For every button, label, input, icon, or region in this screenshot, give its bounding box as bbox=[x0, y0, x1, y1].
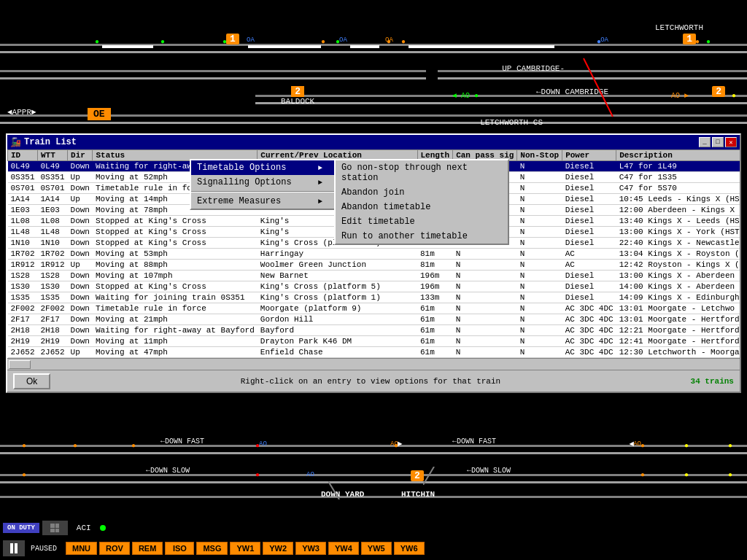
oa-label-1: OA bbox=[247, 36, 255, 44]
table-cell: N bbox=[517, 194, 562, 205]
menu-separator bbox=[191, 191, 334, 192]
table-cell: AC 3DC 4DC bbox=[562, 325, 616, 336]
ao-fast-1: AO bbox=[259, 440, 267, 448]
arrow-icon-extreme: ► bbox=[318, 198, 322, 206]
table-cell: 81m bbox=[417, 249, 453, 260]
table-cell: 1L08 bbox=[38, 216, 68, 227]
table-cell: AC 3DC 4DC bbox=[562, 314, 616, 325]
table-row[interactable]: 1S351S35DownWaiting for joining train 0S… bbox=[8, 292, 740, 303]
route-line bbox=[584, 58, 642, 117]
table-row[interactable]: 1R7021R702DownMoving at 53mphHarringay81… bbox=[8, 249, 740, 260]
menu-item-signalling[interactable]: Signalling Options ► bbox=[191, 175, 334, 190]
down-slow-label-2: ←DOWN SLOW bbox=[467, 467, 511, 475]
train-count: 34 trains bbox=[691, 377, 734, 386]
table-cell: L47 for 1L49 bbox=[616, 161, 740, 172]
horizontal-scrollbar[interactable] bbox=[7, 358, 740, 370]
toolbar-button-rem[interactable]: REM bbox=[132, 542, 163, 555]
table-cell: New Barnet bbox=[258, 271, 417, 281]
table-cell: 61m bbox=[417, 303, 453, 314]
submenu-item-abandon-timetable[interactable]: Abandon timetable bbox=[336, 200, 508, 214]
submenu-label-run: Run to another timetable bbox=[341, 231, 468, 241]
table-cell: Down bbox=[68, 161, 93, 172]
table-cell: Down bbox=[68, 336, 93, 347]
chevron-signal-1: ◄ AO ● bbox=[452, 92, 479, 100]
table-cell: Diesel bbox=[562, 238, 616, 249]
toolbar-button-yw4[interactable]: YW4 bbox=[328, 542, 359, 555]
table-cell: N bbox=[517, 281, 562, 292]
table-cell: 0L49 bbox=[38, 161, 68, 172]
table-cell: 1E03 bbox=[38, 205, 68, 216]
table-cell: 1S30 bbox=[8, 281, 38, 292]
submenu-item-run[interactable]: Run to another timetable bbox=[336, 229, 508, 244]
table-cell: Diesel bbox=[562, 292, 616, 303]
table-cell: N bbox=[517, 172, 562, 183]
table-row[interactable]: 2F172F17DownMoving at 21mphGordon Hill61… bbox=[8, 314, 740, 325]
ok-button[interactable]: Ok bbox=[13, 373, 50, 389]
table-cell: Diesel bbox=[562, 172, 616, 183]
table-cell: Timetable rule in force bbox=[93, 303, 258, 314]
scroll-thumb[interactable] bbox=[9, 360, 31, 369]
table-cell: 61m bbox=[417, 336, 453, 347]
down-fast-label-1: ←DOWN FAST bbox=[160, 438, 204, 446]
toolbar-button-yw5[interactable]: YW5 bbox=[361, 542, 392, 555]
minimize-button[interactable]: _ bbox=[699, 137, 711, 147]
status-bar: Ok Right-click on an entry to view optio… bbox=[7, 370, 740, 392]
table-cell: 1S35 bbox=[8, 292, 38, 303]
table-cell: 12:41 Moorgate - Hertford bbox=[616, 336, 740, 347]
table-cell: AC bbox=[562, 260, 616, 271]
junction-2 bbox=[423, 467, 445, 485]
table-row[interactable]: 2H182H18DownWaiting for right-away at Ba… bbox=[8, 325, 740, 336]
badge-2: 1 bbox=[683, 34, 696, 44]
orange-block-1: OE bbox=[88, 108, 111, 120]
table-cell: N bbox=[453, 260, 517, 271]
track-white-4 bbox=[409, 45, 554, 48]
toolbar-row1: ON DUTY ACI bbox=[0, 518, 747, 538]
table-cell: King's Cross (platform 1) bbox=[258, 292, 417, 303]
toolbar-button-yw3[interactable]: YW3 bbox=[295, 542, 326, 555]
table-cell: N bbox=[517, 205, 562, 216]
submenu-item-nonstop[interactable]: Go non-stop through next station bbox=[336, 160, 508, 185]
maximize-button[interactable]: □ bbox=[712, 137, 724, 147]
close-button[interactable]: ✕ bbox=[725, 137, 737, 147]
table-cell: Waiting for joining train 0S351 bbox=[93, 292, 258, 303]
table-cell: 12:30 Letchworth - Moorga bbox=[616, 347, 740, 358]
toolbar-button-rov[interactable]: ROV bbox=[99, 542, 130, 555]
signal-green-3: ● bbox=[222, 38, 227, 46]
table-cell: 12:21 Moorgate - Hertford bbox=[616, 325, 740, 336]
table-row[interactable]: 1S301S30DownStopped at King's CrossKing'… bbox=[8, 281, 740, 292]
table-cell: N bbox=[517, 183, 562, 194]
toolbar-button-msg[interactable]: MSG bbox=[196, 542, 228, 555]
toolbar-button-iso[interactable]: ISO bbox=[165, 542, 194, 555]
table-cell: 196m bbox=[417, 281, 453, 292]
table-row[interactable]: 1S281S28DownMoving at 107mphNew Barnet19… bbox=[8, 271, 740, 281]
table-cell: 13:00 Kings X - Aberdeen I bbox=[616, 271, 740, 281]
table-cell: Down bbox=[68, 238, 93, 249]
letchworth-cs-label: LETCHWORTH CS bbox=[480, 118, 543, 127]
table-row[interactable]: 2H192H19DownMoving at 11mphDrayton Park … bbox=[8, 336, 740, 347]
menu-item-timetable[interactable]: Timetable Options ► bbox=[191, 160, 334, 175]
menu-label-timetable: Timetable Options bbox=[197, 163, 286, 173]
toolbar-button-yw6[interactable]: YW6 bbox=[394, 542, 425, 555]
table-cell: Down bbox=[68, 314, 93, 325]
menu-item-extreme[interactable]: Extreme Measures ► bbox=[191, 194, 334, 209]
badge-bottom: 2 bbox=[411, 470, 424, 481]
train-icon: 🚂 bbox=[10, 137, 21, 148]
table-cell: Moving at 47mph bbox=[93, 347, 258, 358]
table-cell: Down bbox=[68, 292, 93, 303]
context-menu: Timetable Options ► Signalling Options ►… bbox=[190, 159, 336, 210]
table-row[interactable]: 2F0022F002DownTimetable rule in forceMoo… bbox=[8, 303, 740, 314]
table-cell: 2F002 bbox=[8, 303, 38, 314]
table-cell: Down bbox=[68, 205, 93, 216]
table-cell: 61m bbox=[417, 325, 453, 336]
toolbar-button-yw2[interactable]: YW2 bbox=[263, 542, 293, 555]
table-row[interactable]: 1R9121R912UpMoving at 88mphWoolmer Green… bbox=[8, 260, 740, 271]
toolbar-button-yw1[interactable]: YW1 bbox=[230, 542, 260, 555]
arrow-icon-timetable: ► bbox=[318, 164, 322, 172]
submenu-item-abandon-join[interactable]: Abandon join bbox=[336, 185, 508, 200]
table-cell: 13:01 Moorgate - Hertford bbox=[616, 314, 740, 325]
submenu-item-edit[interactable]: Edit timetable bbox=[336, 214, 508, 229]
track-white-1 bbox=[102, 45, 153, 48]
toolbar-button-mnu[interactable]: MNU bbox=[66, 542, 97, 555]
table-cell: Diesel bbox=[562, 281, 616, 292]
table-row[interactable]: 2J6522J652UpMoving at 47mphEnfield Chase… bbox=[8, 347, 740, 358]
